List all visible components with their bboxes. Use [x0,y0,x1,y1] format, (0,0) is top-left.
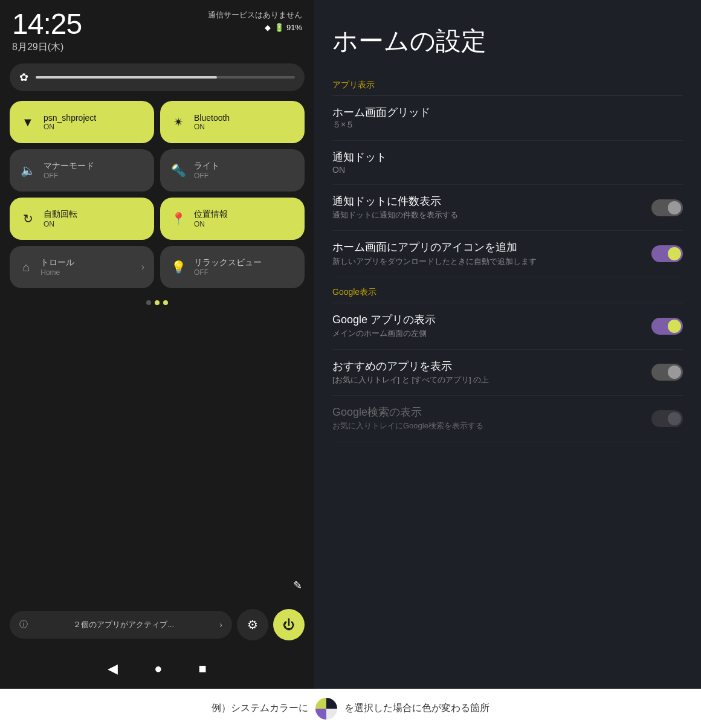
manner-mode-tile[interactable]: 🔈 マナーモード OFF [10,149,154,192]
active-apps-text: ２個のアプリがアクティブ... [33,619,215,630]
grid-setting[interactable]: ホーム画面グリッド ５×５ [332,96,683,141]
bluetooth-tile-name: Bluetooth [194,113,230,123]
home-button[interactable]: ● [154,661,162,677]
battery: 🔋 91% [274,23,302,32]
google-search-name: Google検索の表示 [332,405,642,419]
active-apps-button[interactable]: ⓘ ２個のアプリがアクティブ... › [10,611,232,639]
manner-mode-name: マナーモード [44,161,94,172]
time-date: 14:25 8月29日(木) [12,10,82,54]
wifi-tile-name: psn_shproject [44,113,96,123]
add-icon-desc: 新しいアプリをダウンロードしたときに自動で追加します [332,256,642,267]
brightness-fill [36,76,217,79]
notif-dot-value: ON [332,165,673,175]
wifi-tile-icon: ▼ [19,115,36,129]
page-dot-2 [155,300,160,305]
suggested-apps-desc: [お気に入りトレイ] と [すべてのアプリ] の上 [332,375,642,385]
section-label-google: Google表示 [332,277,683,303]
settings-content: アプリ表示 ホーム画面グリッド ５×５ 通知ドット ON 通知ドットに件数表示 [314,70,701,680]
google-search-knob [668,412,681,425]
notif-count-name: 通知ドットに件数表示 [332,195,642,208]
notif-count-knob [668,201,681,214]
suggested-apps-toggle[interactable] [651,364,683,381]
recents-button[interactable]: ■ [199,661,207,677]
notif-count-toggle[interactable] [651,199,683,216]
quick-settings-panel: 14:25 8月29日(木) 通信サービスはありません ◆ 🔋 91% ✿ [0,0,314,689]
google-search-setting[interactable]: Google検索の表示 お気に入りトレイにGoogle検索を表示する [332,396,683,442]
flashlight-tile[interactable]: 🔦 ライト OFF [160,149,305,192]
add-icon-name: ホーム画面にアプリのアイコンを追加 [332,240,642,254]
relax-status: OFF [194,268,262,277]
color-circle-visual [315,698,337,720]
location-icon: 📍 [170,211,187,226]
location-status: ON [194,220,228,228]
notif-count-desc: 通知ドットに通知の件数を表示する [332,210,642,221]
home-control-tile[interactable]: ⌂ トロール Home › [10,246,154,288]
auto-rotate-tile[interactable]: ↻ 自動回転 ON [10,198,154,240]
lamp-icon: 💡 [170,260,187,274]
suggested-apps-knob [668,366,681,379]
battery-wifi: ◆ 🔋 91% [265,23,302,32]
quick-tiles-grid: ▼ psn_shproject ON ✴ Bluetooth ON 🔈 マナーモ… [0,96,314,293]
battery-icon: 🔋 [274,23,284,32]
google-app-setting[interactable]: Google アプリの表示 メインのホーム画面の左側 [332,303,683,350]
google-app-desc: メインのホーム画面の左側 [332,328,642,339]
home-tile-arrow: › [141,262,144,272]
google-search-desc: お気に入りトレイにGoogle検索を表示する [332,420,642,431]
relax-name: リラックスビュー [194,257,262,268]
wifi-icon: ◆ [265,23,271,32]
brightness-control[interactable]: ✿ [10,63,305,91]
manner-mode-status: OFF [44,172,94,180]
home-icon: ⌂ [19,260,33,274]
suggested-apps-name: おすすめのアプリを表示 [332,359,642,373]
add-icon-setting[interactable]: ホーム画面にアプリのアイコンを追加 新しいアプリをダウンロードしたときに自動で追… [332,231,683,277]
brightness-icon: ✿ [19,71,28,84]
status-bar: 14:25 8月29日(木) 通信サービスはありません ◆ 🔋 91% [0,0,314,59]
rotate-status: ON [44,220,77,228]
location-tile[interactable]: 📍 位置情報 ON [160,198,305,240]
brightness-track[interactable] [36,76,295,79]
edit-button[interactable]: ✎ [293,579,302,592]
flashlight-icon: 🔦 [170,163,187,178]
bottom-caption: 例）システムカラーに を選択した場合に色が変わる箇所 [0,689,701,728]
rotate-name: 自動回転 [44,209,77,220]
power-icon: ⏻ [283,618,295,632]
date: 8月29日(木) [12,41,82,54]
settings-header: ホームの設定 [314,0,701,70]
google-search-toggle[interactable] [651,410,683,427]
section-label-app: アプリ表示 [332,70,683,95]
page-dot-3 [163,300,168,305]
suggested-apps-setting[interactable]: おすすめのアプリを表示 [お気に入りトレイ] と [すべてのアプリ] の上 [332,350,683,396]
clock: 14:25 [12,10,82,39]
gear-icon: ⚙ [247,617,258,632]
page-dot-1 [146,300,151,305]
navigation-bar: ◀ ● ■ [0,661,314,677]
wifi-tile-status: ON [44,123,96,131]
relax-view-tile[interactable]: 💡 リラックスビュー OFF [160,246,305,288]
google-app-knob [668,320,681,333]
flashlight-name: ライト [194,161,219,172]
chevron-right-icon: › [219,620,222,630]
battery-level: 91% [286,23,302,32]
status-icons: 通信サービスはありません ◆ 🔋 91% [208,10,302,32]
grid-setting-name: ホーム画面グリッド [332,106,673,120]
location-name: 位置情報 [194,209,228,220]
notification-dot-setting[interactable]: 通知ドット ON [332,141,683,184]
back-button[interactable]: ◀ [108,661,118,677]
add-icon-knob [668,247,681,260]
settings-title: ホームの設定 [332,24,683,58]
wifi-tile[interactable]: ▼ psn_shproject ON [10,101,154,143]
rotate-icon: ↻ [19,211,36,226]
home-settings-panel: ホームの設定 アプリ表示 ホーム画面グリッド ５×５ 通知ドット ON [314,0,701,689]
notif-count-setting[interactable]: 通知ドットに件数表示 通知ドットに通知の件数を表示する [332,185,683,231]
home-tile-name: トロール [40,257,74,268]
bluetooth-tile-status: ON [194,123,230,131]
add-icon-toggle[interactable] [651,245,683,262]
info-icon: ⓘ [19,619,28,630]
power-button[interactable]: ⏻ [273,609,305,640]
grid-setting-value: ５×５ [332,120,673,130]
manner-mode-icon: 🔈 [19,163,36,178]
bluetooth-tile[interactable]: ✴ Bluetooth ON [160,101,305,143]
google-app-toggle[interactable] [651,318,683,335]
google-app-name: Google アプリの表示 [332,313,642,327]
settings-button[interactable]: ⚙ [237,609,268,640]
